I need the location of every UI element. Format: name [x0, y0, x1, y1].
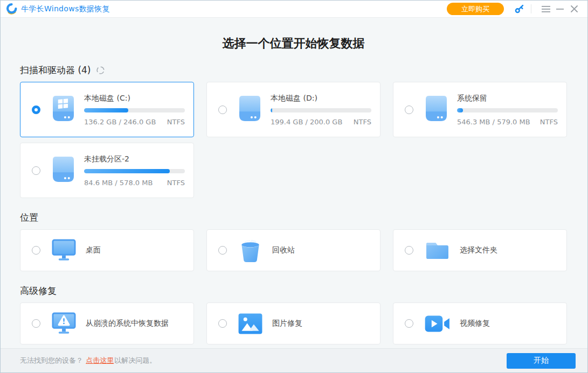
locations-section-title: 位置 [20, 212, 38, 224]
app-title: 牛学长Windows数据恢复 [21, 4, 110, 14]
location-label: 选择文件夹 [460, 245, 497, 255]
desktop-icon [52, 239, 76, 262]
advanced-card-video-repair[interactable]: 视频修复 [393, 302, 567, 344]
drive-meta: 84.6 MB / 578.0 MB NTFS [84, 179, 185, 187]
capacity-progress-bar [271, 108, 371, 112]
radio-button[interactable] [405, 105, 413, 114]
drive-card-c[interactable]: 本地磁盘 (C:) 136.2 GB / 246.0 GB NTFS [20, 82, 194, 137]
location-card-select-folder[interactable]: 选择文件夹 [393, 229, 567, 271]
radio-button[interactable] [32, 105, 40, 114]
drive-icon [239, 96, 260, 123]
drive-icon [53, 157, 74, 184]
drive-meta: 136.2 GB / 246.0 GB NTFS [84, 118, 185, 126]
drive-name: 系统保留 [457, 94, 558, 103]
drive-filesystem: NTFS [354, 118, 371, 126]
hint-suffix: 以解决问题。 [114, 356, 156, 364]
drive-info: 系统保留 546.3 MB / 579.0 MB NTFS [457, 94, 558, 126]
radio-button[interactable] [218, 105, 227, 114]
drive-size: 199.4 GB / 200.0 GB [271, 118, 342, 126]
folder-icon [425, 240, 450, 261]
radio-button[interactable] [32, 319, 40, 328]
advanced-label: 从崩溃的系统中恢复数据 [86, 319, 169, 328]
radio-button[interactable] [218, 246, 227, 255]
brand-swirl-icon [5, 3, 18, 15]
drive-icon [426, 96, 447, 123]
video-repair-icon [425, 314, 450, 333]
start-button[interactable]: 开始 [507, 353, 576, 369]
locations-grid: 桌面 回收站 [20, 229, 567, 271]
advanced-section-header: 高级修复 [20, 285, 567, 297]
windows-drive-icon [53, 96, 74, 123]
drive-meta: 199.4 GB / 200.0 GB NTFS [271, 118, 371, 126]
capacity-progress-bar [457, 108, 558, 112]
drives-section-title: 扫描和驱动器 (4) [20, 64, 91, 76]
drives-grid: 本地磁盘 (C:) 136.2 GB / 246.0 GB NTFS [20, 82, 567, 198]
drive-name: 本地磁盘 (C:) [84, 94, 185, 103]
drive-meta: 546.3 MB / 579.0 MB NTFS [457, 118, 558, 126]
page-title: 选择一个位置开始恢复数据 [20, 36, 567, 52]
drive-card-unmounted[interactable]: 未挂载分区-2 84.6 MB / 578.0 MB NTFS [20, 143, 194, 198]
capacity-progress-bar [84, 169, 185, 173]
refresh-icon[interactable] [96, 66, 105, 75]
photo-repair-icon [238, 313, 262, 334]
radio-button[interactable] [218, 319, 227, 328]
hint-prefix: 无法找到您的设备？ [20, 356, 83, 364]
main-content: 选择一个位置开始恢复数据 扫描和驱动器 (4) [1, 18, 587, 348]
drive-filesystem: NTFS [167, 179, 185, 187]
drive-size: 136.2 GB / 246.0 GB [84, 118, 156, 126]
advanced-section-title: 高级修复 [20, 285, 57, 297]
drive-info: 本地磁盘 (C:) 136.2 GB / 246.0 GB NTFS [84, 94, 185, 126]
menu-icon[interactable] [539, 3, 553, 16]
drive-filesystem: NTFS [167, 118, 185, 126]
locations-section-header: 位置 [20, 212, 567, 224]
radio-button[interactable] [32, 246, 40, 255]
location-card-desktop[interactable]: 桌面 [20, 229, 194, 271]
titlebar: 牛学长Windows数据恢复 立即购买 [1, 1, 587, 18]
drive-size: 84.6 MB / 578.0 MB [84, 179, 153, 187]
drive-size: 546.3 MB / 579.0 MB [457, 118, 530, 126]
radio-button[interactable] [405, 319, 413, 328]
key-icon[interactable] [514, 4, 524, 15]
advanced-card-crashed-system[interactable]: 从崩溃的系统中恢复数据 [20, 302, 194, 344]
close-icon[interactable] [567, 3, 581, 16]
advanced-label: 图片修复 [272, 319, 302, 328]
advanced-card-photo-repair[interactable]: 图片修复 [206, 302, 381, 344]
recycle-bin-icon [238, 238, 262, 263]
location-label: 桌面 [86, 245, 101, 255]
buy-now-button[interactable]: 立即购买 [447, 3, 504, 15]
radio-button[interactable] [405, 246, 413, 255]
click-here-link[interactable]: 点击这里 [86, 356, 114, 364]
app-window: 牛学长Windows数据恢复 立即购买 [0, 0, 588, 373]
drives-section-header: 扫描和驱动器 (4) [20, 64, 567, 76]
drive-card-system-reserved[interactable]: 系统保留 546.3 MB / 579.0 MB NTFS [393, 82, 567, 137]
drive-name: 未挂载分区-2 [84, 154, 185, 164]
radio-button[interactable] [32, 166, 40, 175]
drive-info: 未挂载分区-2 84.6 MB / 578.0 MB NTFS [84, 154, 185, 187]
capacity-progress-bar [84, 108, 185, 112]
device-hint: 无法找到您的设备？ 点击这里以解决问题。 [20, 356, 156, 365]
location-label: 回收站 [272, 245, 295, 255]
advanced-grid: 从崩溃的系统中恢复数据 图片修复 [20, 302, 567, 344]
advanced-label: 视频修复 [460, 319, 490, 328]
drive-info: 本地磁盘 (D:) 199.4 GB / 200.0 GB NTFS [271, 94, 371, 126]
footer-bar: 无法找到您的设备？ 点击这里以解决问题。 开始 [1, 348, 587, 372]
drive-card-d[interactable]: 本地磁盘 (D:) 199.4 GB / 200.0 GB NTFS [206, 82, 381, 137]
drive-filesystem: NTFS [540, 118, 558, 126]
drive-name: 本地磁盘 (D:) [271, 94, 371, 103]
location-card-recycle-bin[interactable]: 回收站 [206, 229, 381, 271]
titlebar-divider [531, 4, 531, 13]
crashed-system-icon [52, 312, 76, 335]
minimize-icon[interactable] [553, 3, 567, 16]
